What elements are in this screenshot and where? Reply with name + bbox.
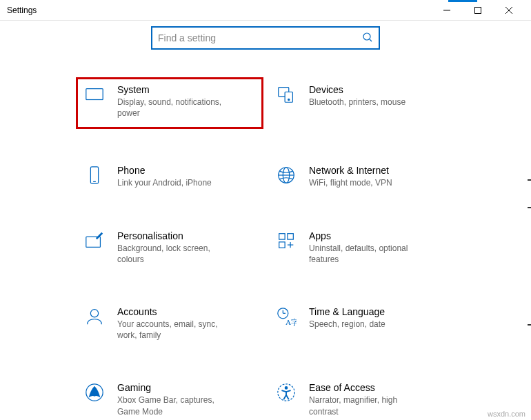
tile-sub: Bluetooth, printers, mouse xyxy=(309,97,419,108)
system-icon xyxy=(83,83,106,106)
tile-apps[interactable]: Apps Uninstall, defaults, optional featu… xyxy=(268,223,455,270)
titlebar: Settings xyxy=(0,0,531,21)
svg-rect-16 xyxy=(86,237,101,247)
settings-grid: System Display, sound, notifications, po… xyxy=(0,77,531,420)
edge-tick xyxy=(528,207,531,208)
minimize-button[interactable] xyxy=(431,0,462,21)
svg-rect-17 xyxy=(279,233,285,239)
tile-accounts[interactable]: Accounts Your accounts, email, sync, wor… xyxy=(76,299,263,346)
tile-title: Accounts xyxy=(117,306,257,317)
tile-title: Ease of Access xyxy=(309,382,448,393)
svg-rect-19 xyxy=(279,241,285,247)
tile-sub: Display, sound, notifications, power xyxy=(117,97,228,119)
tile-title: Time & Language xyxy=(309,306,448,317)
accent-bar xyxy=(448,0,477,2)
tile-title: Apps xyxy=(309,230,448,241)
maximize-button[interactable] xyxy=(462,0,493,21)
tile-title: Network & Internet xyxy=(309,165,448,176)
tile-personalisation[interactable]: Personalisation Background, lock screen,… xyxy=(76,223,263,270)
svg-point-4 xyxy=(363,33,370,40)
tile-phone[interactable]: Phone Link your Android, iPhone xyxy=(76,158,263,194)
tile-sub: Your accounts, email, sync, work, family xyxy=(117,319,228,341)
search-icon xyxy=(362,32,373,45)
devices-icon xyxy=(274,83,298,106)
network-icon xyxy=(274,163,298,187)
tile-sub: Uninstall, defaults, optional features xyxy=(309,243,419,265)
tile-sub: Speech, region, date xyxy=(309,319,419,330)
tile-sub: Xbox Game Bar, captures, Game Mode xyxy=(117,394,228,417)
svg-text:A字: A字 xyxy=(285,318,297,326)
tile-title: Devices xyxy=(309,84,448,95)
tile-sub: Link your Android, iPhone xyxy=(117,177,228,188)
tile-sub: Background, lock screen, colours xyxy=(117,243,228,265)
tile-title: Gaming xyxy=(117,382,257,393)
svg-point-22 xyxy=(90,310,98,317)
ease-of-access-icon xyxy=(274,381,298,404)
close-button[interactable] xyxy=(493,0,524,21)
edge-tick xyxy=(528,324,531,326)
tile-sub: Narrator, magnifier, high contrast xyxy=(309,394,419,417)
tile-network[interactable]: Network & Internet WiFi, flight mode, VP… xyxy=(268,158,455,194)
tile-system[interactable]: System Display, sound, notifications, po… xyxy=(76,77,263,129)
search-box[interactable] xyxy=(151,26,380,50)
phone-icon xyxy=(83,163,106,187)
edge-tick xyxy=(528,179,531,181)
window-title: Settings xyxy=(7,6,37,15)
time-language-icon: A字 xyxy=(274,305,298,328)
tile-time-language[interactable]: A字 Time & Language Speech, region, date xyxy=(268,299,455,346)
svg-line-5 xyxy=(370,39,372,41)
svg-rect-11 xyxy=(90,167,98,183)
tile-title: Personalisation xyxy=(117,230,257,241)
svg-rect-1 xyxy=(474,7,481,13)
tile-gaming[interactable]: Gaming Xbox Game Bar, captures, Game Mod… xyxy=(76,375,263,420)
accounts-icon xyxy=(83,305,106,328)
watermark: wsxdn.com xyxy=(488,410,525,418)
tile-ease-of-access[interactable]: Ease of Access Narrator, magnifier, high… xyxy=(268,375,455,420)
apps-icon xyxy=(274,229,298,252)
tile-title: Phone xyxy=(117,165,257,176)
svg-rect-6 xyxy=(86,89,103,100)
svg-point-29 xyxy=(285,386,288,390)
gaming-icon xyxy=(83,381,106,404)
tile-devices[interactable]: Devices Bluetooth, printers, mouse xyxy=(268,77,455,129)
svg-rect-18 xyxy=(288,233,293,239)
search-input[interactable] xyxy=(158,32,362,43)
tile-sub: WiFi, flight mode, VPN xyxy=(309,177,419,188)
personalisation-icon xyxy=(83,229,106,252)
tile-title: System xyxy=(117,84,257,95)
svg-point-10 xyxy=(288,99,290,100)
